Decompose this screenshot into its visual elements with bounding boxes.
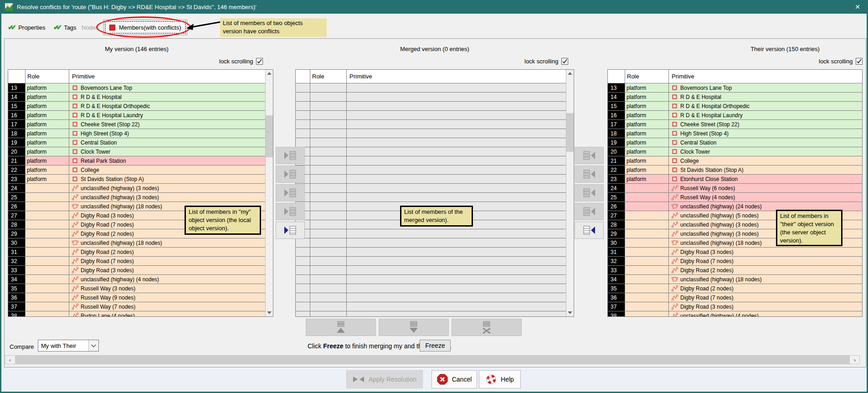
member-row[interactable]: 24Russell Way (6 nodes) <box>608 184 862 193</box>
member-row[interactable]: 14platformR D & E Hospital <box>608 93 862 102</box>
tab-members-with-conflicts[interactable]: Members(with conflicts) <box>103 20 187 35</box>
copy-my-to-merged-button-2[interactable] <box>276 165 305 183</box>
member-row[interactable]: 38Rydon Lane (4 nodes) <box>8 311 265 316</box>
close-button[interactable]: ✕ <box>848 0 867 14</box>
member-row[interactable]: 37Digby Road (3 nodes) <box>608 302 862 311</box>
member-row[interactable]: 19platformCentral Station <box>608 138 862 147</box>
member-row[interactable]: 19platformCentral Station <box>8 138 265 147</box>
copy-their-all-to-merged-button[interactable] <box>575 222 604 239</box>
member-row[interactable]: 24unclassified (highway) (3 nodes) <box>8 184 265 193</box>
apply-resolution-button[interactable]: Apply Resolution <box>346 370 423 388</box>
member-row[interactable]: 15platformR D & E Hospital Orthopedic <box>608 102 862 111</box>
member-row[interactable]: 34unclassified (highway) (18 nodes) <box>608 275 862 284</box>
copy-their-to-merged-button-1[interactable] <box>575 147 604 164</box>
member-row[interactable]: 13platformBovemoors Lane Top <box>608 83 862 93</box>
member-row[interactable]: 23platformSt Davids Station (Stop A) <box>8 175 265 184</box>
member-row[interactable]: 35Russell Way (3 nodes) <box>8 284 265 293</box>
empty-member-row[interactable] <box>296 248 566 257</box>
member-row[interactable]: 18platformHigh Street (Stop 4) <box>608 129 862 138</box>
empty-member-row[interactable] <box>296 111 566 120</box>
member-row[interactable]: 35Digby Road (2 nodes) <box>608 284 862 293</box>
member-row[interactable]: 14platformR D & E Hospital <box>8 93 265 102</box>
empty-member-row[interactable] <box>296 275 566 284</box>
member-row[interactable]: 17platformCheeke Street (Stop 22) <box>608 120 862 129</box>
compare-dropdown-value: My with Their <box>38 342 88 349</box>
member-row[interactable]: 31Digby Road (3 nodes) <box>608 248 862 257</box>
empty-member-row[interactable] <box>296 83 566 93</box>
member-row[interactable]: 20platformClock Tower <box>608 147 862 156</box>
freeze-button[interactable]: Freeze <box>420 340 451 352</box>
empty-member-row[interactable] <box>296 129 566 138</box>
member-row[interactable]: 13platformBovemoors Lane Top <box>8 83 265 93</box>
empty-member-row[interactable] <box>296 311 566 316</box>
member-row[interactable]: 31Digby Road (2 nodes) <box>8 248 265 257</box>
member-row[interactable]: 22platformCollege <box>8 165 265 175</box>
member-row[interactable]: 21platformRetail Park Station <box>8 156 265 165</box>
empty-member-row[interactable] <box>296 93 566 102</box>
member-row[interactable]: 18platformHigh Street (Stop 4) <box>8 129 265 138</box>
help-button[interactable]: Help <box>479 370 521 388</box>
empty-member-row[interactable] <box>296 302 566 311</box>
member-row[interactable]: 30unclassified (highway) (18 nodes) <box>8 238 265 248</box>
scroll-left-arrow[interactable]: ‹ <box>5 356 15 364</box>
horizontal-scrollbar[interactable]: ‹ › <box>5 355 860 364</box>
member-row[interactable]: 38unclassified (highway) (4 nodes) <box>608 311 862 316</box>
empty-member-row[interactable] <box>296 156 566 165</box>
member-row[interactable]: 34unclassified (highway) (4 nodes) <box>8 275 265 284</box>
copy-my-all-to-merged-button[interactable] <box>276 222 305 239</box>
member-row[interactable]: 23platformEtonhurst Close Station <box>608 175 862 184</box>
member-row[interactable]: 25unclassified (highway) (3 nodes) <box>8 193 265 202</box>
empty-member-row[interactable] <box>296 284 566 293</box>
copy-my-to-merged-button-1[interactable] <box>276 147 305 164</box>
copy-their-to-merged-button-2[interactable] <box>575 165 604 183</box>
empty-member-row[interactable] <box>296 120 566 129</box>
member-row[interactable]: 20platformClock Tower <box>8 147 265 156</box>
remove-entry-button[interactable] <box>452 319 522 336</box>
compare-dropdown[interactable]: My with Their <box>38 340 99 352</box>
tab-properties[interactable]: ✔✔ Properties <box>8 21 45 34</box>
copy-their-to-merged-button-3[interactable] <box>575 184 604 202</box>
member-row[interactable]: 33Digby Road (2 nodes) <box>608 266 862 275</box>
member-row[interactable]: 21platformCollege <box>608 156 862 165</box>
copy-my-to-merged-button-4[interactable] <box>276 203 305 220</box>
empty-member-row[interactable] <box>296 175 566 184</box>
merged-table-vscrollbar[interactable] <box>566 70 574 316</box>
member-row[interactable]: 37Russell Way (7 nodes) <box>8 302 265 311</box>
member-row[interactable]: 32Digby Road (7 nodes) <box>608 257 862 266</box>
empty-member-row[interactable] <box>296 102 566 111</box>
my-lock-checkbox[interactable] <box>256 58 263 65</box>
empty-member-row[interactable] <box>296 293 566 302</box>
their-lock-checkbox[interactable] <box>856 58 863 65</box>
empty-member-row[interactable] <box>296 229 566 238</box>
member-row[interactable]: 32Digby Road (7 nodes) <box>8 257 265 266</box>
member-row[interactable]: 17platformCheeke Street (Stop 22) <box>8 120 265 129</box>
cancel-button[interactable]: Cancel <box>431 370 477 388</box>
empty-member-row[interactable] <box>296 138 566 147</box>
member-row[interactable]: 22platformSt Davids Station (Stop A) <box>608 165 862 175</box>
my-table-vscrollbar[interactable] <box>265 70 273 316</box>
way-icon <box>72 267 78 273</box>
member-row[interactable]: 25Russell Way (4 nodes) <box>608 193 862 202</box>
member-row[interactable]: 36Russell Way (9 nodes) <box>8 293 265 302</box>
copy-my-to-merged-button-3[interactable] <box>276 184 305 202</box>
chevron-down-icon[interactable] <box>88 340 98 351</box>
empty-member-row[interactable] <box>296 165 566 175</box>
empty-member-row[interactable] <box>296 184 566 193</box>
empty-member-row[interactable] <box>296 257 566 266</box>
move-up-button[interactable] <box>306 319 376 336</box>
tab-tags[interactable]: ✔✔ Tags <box>53 21 77 34</box>
empty-member-row[interactable] <box>296 266 566 275</box>
merged-lock-checkbox[interactable] <box>561 58 568 65</box>
empty-member-row[interactable] <box>296 238 566 248</box>
move-down-button[interactable] <box>379 319 449 336</box>
member-row[interactable]: 16platformR D & E Hospital Laundry <box>608 111 862 120</box>
member-row[interactable]: 36Digby Road (7 nodes) <box>608 293 862 302</box>
copy-their-to-merged-button-4[interactable] <box>575 203 604 220</box>
member-row[interactable]: 16platformR D & E Hospital Laundry <box>8 111 265 120</box>
member-row[interactable]: 33Digby Road (3 nodes) <box>8 266 265 275</box>
member-row[interactable]: 15platformR D & E Hospital Orthopedic <box>8 102 265 111</box>
scroll-right-arrow[interactable]: › <box>850 356 859 364</box>
empty-member-row[interactable] <box>296 147 566 156</box>
horizontal-scrollbar-thumb[interactable] <box>15 356 850 364</box>
empty-member-row[interactable] <box>296 193 566 202</box>
